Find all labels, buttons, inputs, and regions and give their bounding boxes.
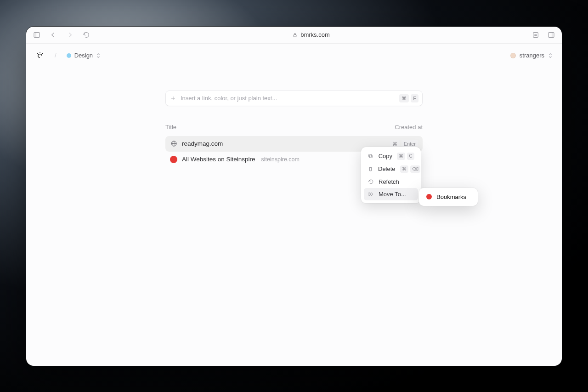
submenu-item-label: Bookmarks — [436, 193, 466, 200]
copy-icon — [368, 153, 374, 159]
collection-name: Design — [74, 52, 93, 59]
ctx-move-to[interactable]: Move To... — [364, 188, 418, 200]
collection-color-dot — [67, 53, 71, 58]
user-menu[interactable]: strangers — [510, 52, 553, 59]
insert-placeholder: Insert a link, color, or just plain text… — [181, 95, 399, 102]
user-label: strangers — [520, 52, 544, 59]
plus-icon — [170, 96, 176, 101]
svg-rect-6 — [548, 32, 554, 37]
reload-icon[interactable] — [82, 31, 90, 39]
bookmark-title: All Websites on Siteinspire — [182, 156, 255, 163]
app-window: bmrks.com / Design — [26, 27, 562, 366]
col-created: Created at — [395, 124, 423, 131]
col-title: Title — [165, 124, 176, 131]
app-header: / Design strangers — [26, 44, 562, 63]
reader-icon[interactable] — [531, 31, 540, 39]
svg-rect-14 — [369, 154, 372, 157]
chevrons-icon — [96, 53, 101, 58]
svg-rect-3 — [533, 32, 538, 37]
trash-icon — [368, 166, 373, 172]
shortcut-hint: ⌘ F — [399, 94, 418, 102]
collection-crumb[interactable]: Design — [67, 52, 101, 59]
address-text: bmrks.com — [300, 31, 330, 38]
move-to-submenu: Bookmarks — [419, 188, 478, 206]
color-dot-icon — [426, 194, 432, 199]
refresh-icon — [368, 178, 374, 185]
bookmark-domain: siteinspire.com — [261, 156, 300, 163]
color-dot-icon — [170, 156, 177, 163]
address-bar[interactable]: bmrks.com — [292, 31, 330, 38]
svg-rect-0 — [34, 32, 40, 37]
row-shortcut: ⌘ Enter — [390, 140, 418, 148]
browser-toolbar: bmrks.com — [26, 27, 562, 44]
sidebar-toggle-icon[interactable] — [33, 31, 41, 39]
main-content: Insert a link, color, or just plain text… — [165, 91, 423, 167]
context-menu: Copy ⌘C Delete ⌘⌫ Refetch Move — [361, 147, 421, 203]
svg-rect-13 — [370, 155, 373, 158]
ctx-delete[interactable]: Delete ⌘⌫ — [364, 163, 418, 176]
insert-input[interactable]: Insert a link, color, or just plain text… — [165, 91, 423, 106]
forward-icon — [66, 31, 74, 39]
bookmark-title: readymag.com — [182, 140, 223, 147]
fast-forward-icon — [368, 191, 374, 197]
tabs-icon[interactable] — [547, 31, 555, 39]
chevrons-icon — [548, 53, 553, 58]
list-header: Title Created at — [165, 124, 423, 131]
lock-icon — [292, 32, 298, 38]
avatar — [510, 53, 516, 58]
svg-marker-15 — [369, 192, 371, 196]
breadcrumb-separator: / — [55, 52, 57, 59]
ctx-refetch[interactable]: Refetch — [364, 176, 418, 188]
back-icon[interactable] — [49, 31, 57, 39]
svg-rect-2 — [294, 34, 296, 37]
ctx-copy[interactable]: Copy ⌘C — [364, 150, 418, 163]
submenu-item-bookmarks[interactable]: Bookmarks — [422, 191, 475, 203]
globe-icon — [170, 140, 177, 148]
app-logo-icon[interactable] — [35, 51, 45, 60]
